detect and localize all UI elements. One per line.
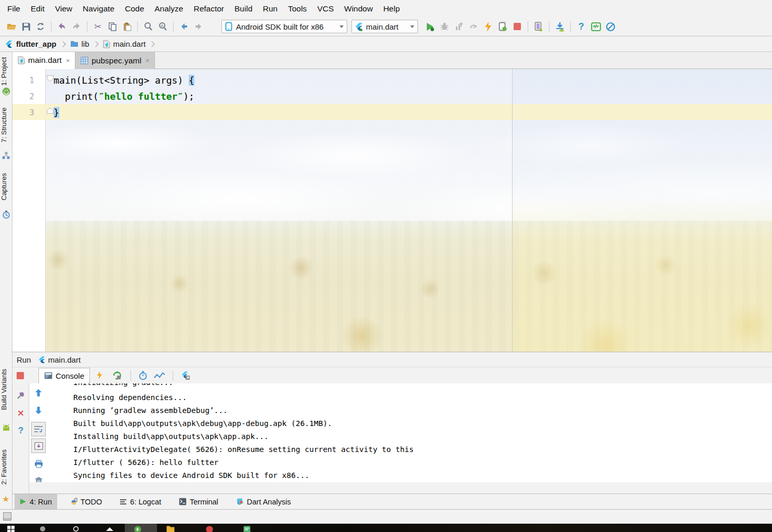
undo-icon[interactable] <box>56 21 68 32</box>
forward-icon[interactable] <box>193 21 204 32</box>
copy-icon[interactable] <box>107 21 118 32</box>
sidebar-item-build-variants[interactable]: Build Variants <box>0 369 12 410</box>
help-icon[interactable]: ? <box>575 21 587 32</box>
toolbar-separator <box>528 21 528 32</box>
redo-icon[interactable] <box>71 21 82 32</box>
tab-main-dart[interactable]: main.dart × <box>12 52 75 69</box>
close-tab-icon[interactable]: × <box>66 57 70 64</box>
menu-help[interactable]: Help <box>378 0 405 17</box>
menu-file[interactable]: File <box>2 0 25 17</box>
menu-refactor[interactable]: Refactor <box>188 0 229 17</box>
no-entry-icon[interactable] <box>605 21 616 32</box>
sidebar-item-project[interactable]: 1: Project <box>0 57 12 86</box>
timeline-icon[interactable] <box>138 371 148 380</box>
help-icon[interactable]: ? <box>16 426 25 435</box>
toolwindow-label: TODO <box>81 498 102 506</box>
scroll-to-end-icon[interactable] <box>31 438 46 453</box>
print-icon[interactable] <box>33 459 44 469</box>
run-config-selector[interactable]: main.dart <box>351 20 418 33</box>
menu-code[interactable]: Code <box>120 0 149 17</box>
sidebar-item-captures[interactable]: Captures <box>0 173 12 201</box>
hot-reload-icon[interactable] <box>96 371 103 380</box>
menu-view[interactable]: View <box>50 0 77 17</box>
sdk-manager-icon[interactable] <box>554 21 566 32</box>
tab-pubspec-yaml[interactable]: pubspec.yaml × <box>75 52 155 69</box>
menu-window[interactable]: Window <box>339 0 378 17</box>
tab-console[interactable]: Console <box>38 368 90 383</box>
menu-vcs[interactable]: VCS <box>312 0 339 17</box>
prev-occurrence-icon[interactable] <box>33 388 44 398</box>
breadcrumb-file[interactable]: main.dart <box>113 39 146 48</box>
console-line: Resolving dependencies... <box>73 391 187 404</box>
toolbar-separator <box>173 370 173 381</box>
back-icon[interactable] <box>178 21 190 32</box>
chevron-up-icon[interactable] <box>105 526 114 532</box>
device-selector[interactable]: Android SDK built for x86 <box>221 20 347 33</box>
toolwindow-terminal[interactable]: Terminal <box>174 494 224 510</box>
performance-chart-icon[interactable] <box>154 372 165 379</box>
menu-analyze[interactable]: Analyze <box>149 0 188 17</box>
stop-icon[interactable] <box>16 371 24 380</box>
replace-icon[interactable]: A <box>157 21 168 32</box>
chevron-down-icon <box>339 25 344 28</box>
console-line: I/flutter ( 5626): hello fultter <box>73 456 218 469</box>
close-icon[interactable]: ✕ <box>16 408 25 418</box>
toolwindow-todo[interactable]: TODO <box>64 494 108 510</box>
hot-reload-icon[interactable] <box>482 21 494 32</box>
android-monitor-icon[interactable] <box>590 21 601 32</box>
play-store-icon[interactable] <box>134 526 141 532</box>
camera-app-icon[interactable] <box>206 526 213 532</box>
console-tab-label: Console <box>56 371 84 380</box>
breadcrumb-lib[interactable]: lib <box>82 39 89 48</box>
toolbar-separator <box>549 21 549 32</box>
hot-restart-icon[interactable] <box>112 371 122 380</box>
code-line-2: print(″hello fultter″); <box>54 88 194 104</box>
find-icon[interactable] <box>142 21 154 32</box>
menu-run[interactable]: Run <box>258 0 283 17</box>
fold-marker-end-icon[interactable] <box>47 108 54 114</box>
stop-icon[interactable] <box>512 21 523 32</box>
taskbar-circle-icon[interactable] <box>40 526 46 532</box>
string-literal: ″hello fultter″ <box>99 91 184 102</box>
fold-marker-start-icon[interactable] <box>47 75 54 82</box>
sync-icon[interactable] <box>35 21 46 32</box>
toolwindow-dart-analysis[interactable]: Dart Analysis <box>231 494 296 510</box>
console-icon <box>44 372 53 379</box>
menu-tools[interactable]: Tools <box>283 0 312 17</box>
menu-edit[interactable]: Edit <box>25 0 50 17</box>
attach-debugger-icon[interactable] <box>497 21 508 32</box>
todo-icon <box>70 498 77 506</box>
run-icon[interactable] <box>424 21 436 32</box>
paste-icon[interactable] <box>121 21 133 32</box>
start-button-icon[interactable] <box>7 526 15 532</box>
close-tab-icon[interactable]: × <box>146 57 150 64</box>
main-toolbar: ✂ A Android SDK built for x86 main.dart <box>0 17 772 36</box>
menu-navigate[interactable]: Navigate <box>77 0 120 17</box>
soft-wrap-icon[interactable] <box>31 422 46 436</box>
cut-icon[interactable]: ✂ <box>92 21 103 32</box>
console-output[interactable]: Initializing gradle... Resolving depende… <box>30 383 772 482</box>
code-editor[interactable]: 1 2 3 main(List<String> args) { print(″h… <box>12 69 772 352</box>
toolwindow-logcat[interactable]: 6: Logcat <box>114 494 166 510</box>
clear-console-icon[interactable] <box>33 476 44 482</box>
save-icon[interactable] <box>20 21 32 32</box>
console-line: Installing build\app\outputs\apk\app.apk… <box>73 430 268 443</box>
svg-text:A: A <box>161 23 164 28</box>
next-occurrence-icon[interactable] <box>33 405 44 416</box>
menu-build[interactable]: Build <box>229 0 257 17</box>
open-folder-icon[interactable] <box>6 21 17 32</box>
captures-icon <box>2 210 10 219</box>
toolwindow-toggle-icon[interactable] <box>3 512 11 521</box>
sidebar-item-favorites[interactable]: 2: Favorites <box>0 449 12 485</box>
sidebar-item-structure[interactable]: 7: Structure <box>0 108 12 142</box>
phone-icon <box>225 22 232 31</box>
messages-app-icon[interactable] <box>243 526 251 532</box>
pin-icon[interactable] <box>16 391 25 400</box>
layout-inspector-icon[interactable] <box>533 21 544 32</box>
breadcrumb-project[interactable]: flutter_app <box>16 39 57 48</box>
taskbar-ring-icon[interactable] <box>73 526 79 532</box>
open-devtools-icon[interactable] <box>180 371 190 380</box>
run-panel-left-toolbar: ✕ ? <box>12 383 29 494</box>
toolwindow-run[interactable]: 4: Run <box>15 494 57 510</box>
folder-app-icon[interactable] <box>166 526 175 532</box>
